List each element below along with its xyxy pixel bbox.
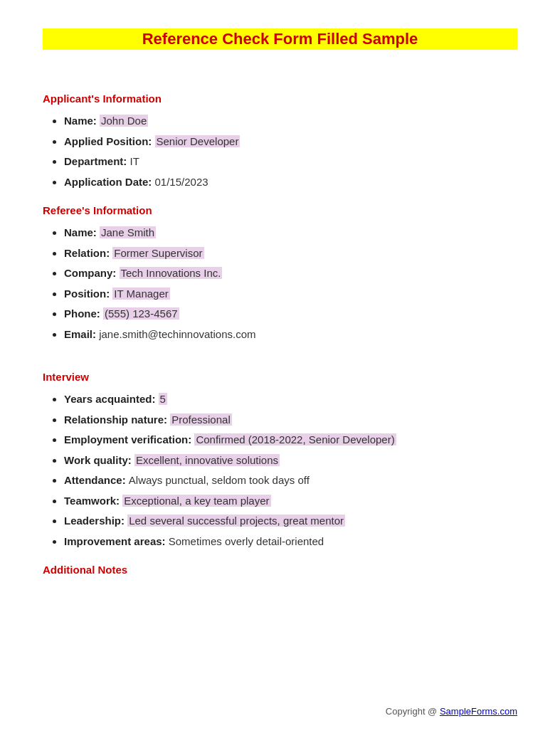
list-item: Position: IT Manager	[64, 286, 517, 302]
field-label: Phone:	[64, 307, 103, 320]
field-label: Department:	[64, 155, 130, 167]
field-value: Always punctual, seldom took days off	[129, 474, 310, 486]
field-value: Jane Smith	[100, 226, 156, 238]
list-item: Email: jane.smith@techinnovations.com	[64, 327, 517, 343]
list-item: Phone: (555) 123-4567	[64, 306, 517, 322]
additional-notes-heading: Additional Notes	[43, 564, 517, 576]
list-item: Leadership: Led several successful proje…	[64, 513, 517, 529]
list-item: Improvement areas: Sometimes overly deta…	[64, 534, 517, 550]
field-value: Former Supervisor	[112, 247, 204, 259]
list-item: Company: Tech Innovations Inc.	[64, 265, 517, 282]
applicant-heading: Applicant's Information	[43, 93, 517, 105]
field-label: Position:	[64, 288, 112, 300]
applicant-section: Applicant's Information Name: John Doe A…	[43, 93, 517, 190]
list-item: Years acquainted: 5	[64, 391, 517, 408]
field-label: Teamwork:	[64, 495, 122, 507]
field-label: Name:	[64, 226, 100, 238]
field-value: Exceptional, a key team player	[122, 495, 270, 507]
interview-list: Years acquainted: 5 Relationship nature:…	[43, 391, 517, 549]
copyright-text: Copyright @	[386, 706, 440, 717]
footer: Copyright @ SampleForms.com	[386, 706, 517, 717]
title-wrapper: Reference Check Form Filled Sample	[43, 28, 517, 71]
referee-heading: Referee's Information	[43, 204, 517, 216]
list-item: Work quality: Excellent, innovative solu…	[64, 453, 517, 469]
interview-heading: Interview	[43, 371, 517, 383]
field-label: Work quality:	[64, 454, 134, 466]
field-label: Attendance:	[64, 474, 129, 486]
list-item: Employment verification: Confirmed (2018…	[64, 432, 517, 448]
list-item: Name: Jane Smith	[64, 225, 517, 241]
field-label: Company:	[64, 267, 120, 279]
field-label: Applied Position:	[64, 135, 155, 147]
list-item: Relation: Former Supervisor	[64, 246, 517, 262]
field-value: Led several successful projects, great m…	[127, 515, 345, 527]
list-item: Department: IT	[64, 154, 517, 170]
field-value: John Doe	[100, 115, 148, 127]
referee-section: Referee's Information Name: Jane Smith R…	[43, 204, 517, 342]
field-label: Application Date:	[64, 176, 155, 188]
field-value: jane.smith@techinnovations.com	[99, 328, 255, 340]
field-value: Professional	[170, 413, 232, 426]
interview-section: Interview Years acquainted: 5 Relationsh…	[43, 371, 517, 549]
field-label: Email:	[64, 328, 99, 340]
additional-notes-section: Additional Notes	[43, 564, 517, 576]
copyright-link[interactable]: SampleForms.com	[440, 706, 517, 717]
list-item: Application Date: 01/15/2023	[64, 174, 517, 191]
applicant-list: Name: John Doe Applied Position: Senior …	[43, 113, 517, 190]
field-value: IT	[130, 155, 139, 167]
field-value: IT Manager	[112, 288, 169, 300]
list-item: Attendance: Always punctual, seldom took…	[64, 473, 517, 489]
field-label: Relationship nature:	[64, 413, 170, 426]
field-value: Confirmed (2018-2022, Senior Developer)	[194, 433, 396, 446]
field-value: 01/15/2023	[155, 176, 208, 188]
field-value: Sometimes overly detail-oriented	[169, 535, 324, 547]
field-label: Improvement areas:	[64, 535, 169, 547]
field-label: Years acquainted:	[64, 393, 159, 405]
field-value: (555) 123-4567	[103, 307, 179, 320]
page-title: Reference Check Form Filled Sample	[43, 28, 517, 50]
field-value: Senior Developer	[155, 135, 241, 147]
field-value: 5	[159, 393, 167, 405]
list-item: Relationship nature: Professional	[64, 412, 517, 428]
field-label: Leadership:	[64, 515, 127, 527]
field-label: Name:	[64, 115, 100, 127]
list-item: Name: John Doe	[64, 113, 517, 130]
field-label: Employment verification:	[64, 433, 194, 446]
list-item: Applied Position: Senior Developer	[64, 134, 517, 150]
field-value: Excellent, innovative solutions	[134, 454, 280, 466]
list-item: Teamwork: Exceptional, a key team player	[64, 493, 517, 510]
referee-list: Name: Jane Smith Relation: Former Superv…	[43, 225, 517, 342]
field-value: Tech Innovations Inc.	[120, 267, 223, 279]
field-label: Relation:	[64, 247, 112, 259]
